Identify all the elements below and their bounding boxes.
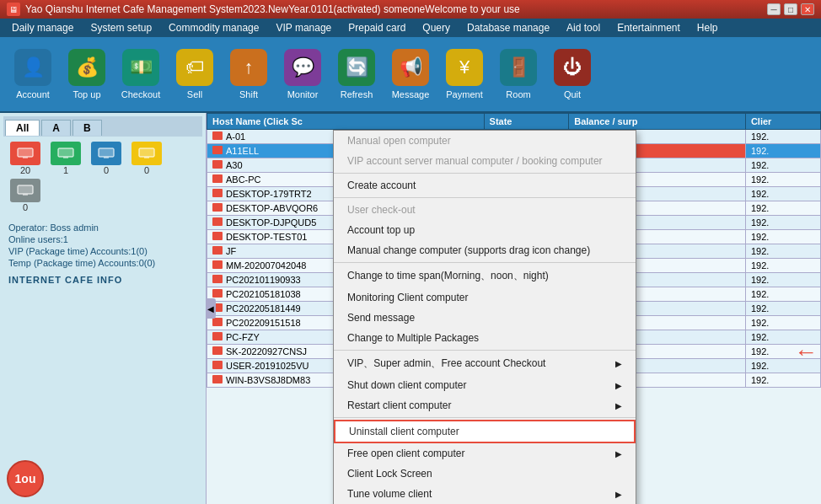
toolbar-monitor-button[interactable]: 💬Monitor: [276, 40, 329, 108]
toolbar-btn-label: Sell: [187, 89, 202, 99]
close-button[interactable]: ✕: [801, 3, 814, 15]
menu-item-prepaid-card[interactable]: Prepaid card: [340, 20, 414, 35]
submenu-arrow-icon: ▶: [615, 381, 622, 390]
ctx-item-label: Monitoring Client computer: [347, 292, 468, 303]
shift-icon: ↑: [230, 49, 267, 86]
app-icon: 🖥: [7, 3, 20, 16]
submenu-arrow-icon: ▶: [615, 401, 622, 410]
table-cell-client: 192.: [745, 244, 820, 259]
context-menu-item[interactable]: Account top up: [334, 220, 636, 240]
ctx-item-label: Shut down client computer: [347, 379, 466, 391]
maximize-button[interactable]: □: [784, 3, 797, 15]
computer-count: 1: [63, 165, 68, 175]
refresh-icon: 🔄: [338, 49, 375, 86]
computer-list: 201000: [3, 137, 202, 217]
ctx-divider: [334, 173, 636, 174]
toolbar-message-button[interactable]: 📢Message: [384, 40, 437, 108]
top-up-icon: 💰: [68, 49, 105, 86]
cafe-info: INTERNET CAFE INFO: [8, 275, 197, 285]
quit-icon: ⏻: [554, 49, 591, 86]
temp-info: Temp (Package time) Accounts:0(0): [8, 258, 197, 268]
tab-all[interactable]: All: [5, 120, 40, 136]
computer-icon: [212, 275, 223, 283]
computer-icon: [212, 332, 223, 340]
checkout-icon: 💵: [122, 49, 159, 86]
table-cell-client: 192.: [745, 144, 820, 158]
tab-a[interactable]: A: [41, 120, 71, 136]
table-cell-client: 192.: [745, 345, 820, 359]
table-cell-client: 192.: [745, 216, 820, 230]
computer-status-item: 0: [7, 179, 44, 212]
ctx-divider: [334, 197, 636, 198]
computer-icon: [212, 375, 223, 383]
title-bar-controls: ─ □ ✕: [767, 3, 814, 15]
menu-item-daily-manage[interactable]: Daily manage: [3, 20, 82, 35]
toolbar-shift-button[interactable]: ↑Shift: [223, 40, 275, 108]
table-header: Host Name (Click Sc: [207, 114, 485, 130]
online-info: Online users:1: [8, 234, 197, 244]
context-menu-item[interactable]: Change to time span(Morning、noon、night): [334, 265, 636, 287]
sidebar: AllAB 201000 Operator: Boss admin Online…: [0, 113, 207, 504]
toolbar-btn-label: Checkout: [121, 89, 160, 99]
menu-item-vip-manage[interactable]: VIP manage: [267, 20, 340, 35]
menu-item-system-setup[interactable]: System setup: [82, 20, 160, 35]
ctx-item-label: Change to time span(Morning、noon、night): [347, 270, 549, 281]
context-menu-item[interactable]: Monitoring Client computer: [334, 287, 636, 308]
avatar: 1ou: [7, 460, 44, 497]
table-cell-client: 192.: [745, 259, 820, 273]
context-menu-item[interactable]: Create account: [334, 175, 636, 196]
table-cell-client: 192.: [745, 316, 820, 330]
context-menu-item[interactable]: Free open client computer▶: [334, 443, 636, 464]
menu-item-help[interactable]: Help: [689, 20, 727, 35]
toolbar-checkout-button[interactable]: 💵Checkout: [115, 40, 167, 108]
context-menu-item[interactable]: Send message: [334, 308, 636, 328]
context-menu-item[interactable]: Restart client computer▶: [334, 395, 636, 416]
ctx-item-label: Free open client computer: [347, 448, 464, 459]
computer-screen: [10, 179, 40, 202]
table-cell-client: 192.: [745, 302, 820, 316]
context-menu-item[interactable]: Manual change computer (supports drag ic…: [334, 240, 636, 260]
toolbar-sell-button[interactable]: 🏷Sell: [169, 40, 221, 108]
ctx-item-label: Tune volume client: [347, 488, 432, 500]
computer-screen: [131, 142, 162, 165]
table-cell-client: 192.: [745, 187, 820, 201]
minimize-button[interactable]: ─: [767, 3, 781, 15]
computer-icon: [212, 260, 223, 269]
context-menu-item[interactable]: Client Lock Screen: [334, 464, 636, 484]
context-menu-item[interactable]: Shut down client computer▶: [334, 375, 636, 395]
computer-count: 0: [23, 202, 28, 212]
toolbar-btn-label: Shift: [239, 89, 258, 99]
menu-item-entertainment[interactable]: Entertainment: [609, 20, 689, 35]
context-menu-item[interactable]: Uninstall client computer: [334, 420, 636, 443]
toolbar-account-button[interactable]: 👤Account: [7, 40, 59, 108]
svg-rect-0: [18, 148, 33, 157]
menu-item-commodity-manage[interactable]: Commodity manage: [160, 20, 267, 35]
table-cell-client: 192.: [745, 330, 820, 345]
tab-b[interactable]: B: [72, 120, 102, 136]
collapse-arrow[interactable]: ◀: [206, 298, 216, 319]
menu-item-database-manage[interactable]: Database manage: [459, 20, 558, 35]
toolbar-btn-label: Monitor: [287, 89, 319, 99]
ctx-divider: [334, 350, 636, 351]
computer-count: 0: [104, 165, 109, 175]
computer-icon: [212, 146, 223, 154]
ctx-item-label: VIP account server manual computer / boo…: [347, 155, 603, 167]
context-menu-item[interactable]: VIP、Super admin、Free account Checkout▶: [334, 352, 636, 375]
table-area: Host Name (Click ScStateBalance / surpCl…: [207, 113, 821, 504]
context-menu-item[interactable]: Change to Multiple Packages: [334, 328, 636, 348]
submenu-arrow-icon: ▶: [615, 449, 622, 458]
toolbar-quit-button[interactable]: ⏻Quit: [546, 40, 598, 108]
toolbar-payment-button[interactable]: ¥Payment: [438, 40, 491, 108]
table-cell-client: 192.: [745, 230, 820, 244]
menu-item-aid-tool[interactable]: Aid tool: [558, 20, 609, 35]
toolbar-btn-label: Room: [506, 89, 530, 99]
menu-item-query[interactable]: Query: [414, 20, 459, 35]
toolbar-room-button[interactable]: 🚪Room: [492, 40, 545, 108]
toolbar-btn-label: Refresh: [341, 89, 373, 99]
toolbar-refresh-button[interactable]: 🔄Refresh: [330, 40, 383, 108]
context-menu-item[interactable]: Tune volume client▶: [334, 484, 636, 504]
ctx-item-label: User check-out: [347, 204, 416, 216]
computer-icon: [212, 160, 223, 169]
toolbar-top-up-button[interactable]: 💰Top up: [61, 40, 113, 108]
room-icon: 🚪: [500, 49, 537, 86]
